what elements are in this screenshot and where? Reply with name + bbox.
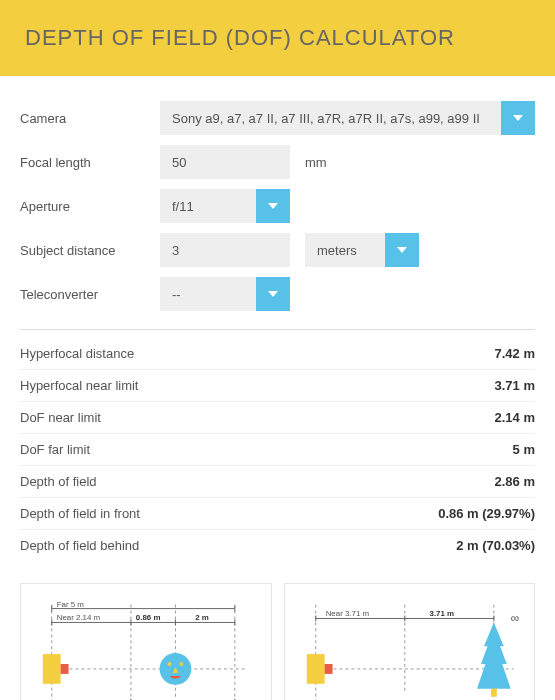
svg-rect-38 xyxy=(324,664,332,674)
form: Camera Sony a9, a7, a7 II, a7 III, a7R, … xyxy=(20,101,535,311)
result-label: DoF far limit xyxy=(20,442,90,457)
camera-value: Sony a9, a7, a7 II, a7 III, a7R, a7R II,… xyxy=(160,101,501,135)
result-label: Hyperfocal near limit xyxy=(20,378,139,393)
result-row: Hyperfocal near limit3.71 m xyxy=(20,370,535,402)
camera-label: Camera xyxy=(20,111,160,126)
distance-unit-select[interactable]: meters xyxy=(305,233,419,267)
subject-distance-label: Subject distance xyxy=(20,243,160,258)
svg-rect-42 xyxy=(490,689,496,697)
chevron-down-icon xyxy=(385,233,419,267)
chevron-down-icon xyxy=(256,189,290,223)
aperture-label: Aperture xyxy=(20,199,160,214)
row-focal-length: Focal length mm xyxy=(20,145,535,179)
result-label: Depth of field xyxy=(20,474,97,489)
svg-point-8 xyxy=(168,662,172,666)
main-content: Camera Sony a9, a7, a7 II, a7 III, a7R, … xyxy=(0,76,555,700)
result-value: 7.42 m xyxy=(495,346,535,361)
chevron-down-icon xyxy=(501,101,535,135)
result-row: DoF near limit2.14 m xyxy=(20,402,535,434)
result-value: 5 m xyxy=(513,442,535,457)
svg-text:3.71 m: 3.71 m xyxy=(429,610,454,619)
teleconverter-value: -- xyxy=(160,277,256,311)
divider xyxy=(20,329,535,330)
svg-marker-41 xyxy=(483,622,503,646)
result-value: 0.86 m (29.97%) xyxy=(438,506,535,521)
chevron-down-icon xyxy=(256,277,290,311)
result-label: Hyperfocal distance xyxy=(20,346,134,361)
result-row: Depth of field2.86 m xyxy=(20,466,535,498)
result-row: Depth of field behind2 m (70.03%) xyxy=(20,530,535,561)
focal-length-unit: mm xyxy=(305,155,327,170)
result-label: DoF near limit xyxy=(20,410,101,425)
page-title: DEPTH OF FIELD (DOF) CALCULATOR xyxy=(25,25,455,50)
teleconverter-label: Teleconverter xyxy=(20,287,160,302)
svg-text:∞: ∞ xyxy=(510,611,518,625)
row-subject-distance: Subject distance meters xyxy=(20,233,535,267)
svg-text:Near 3.71 m: Near 3.71 m xyxy=(325,610,369,619)
diagrams: Far 5 m Near 2.14 m 0.86 m 2 m DoF 2.86 … xyxy=(20,583,535,700)
row-camera: Camera Sony a9, a7, a7 II, a7 III, a7R, … xyxy=(20,101,535,135)
dof-diagram: Far 5 m Near 2.14 m 0.86 m 2 m DoF 2.86 … xyxy=(20,583,272,700)
focal-length-label: Focal length xyxy=(20,155,160,170)
svg-point-9 xyxy=(179,662,183,666)
result-row: Depth of field in front0.86 m (29.97%) xyxy=(20,498,535,530)
svg-text:Near 2.14 m: Near 2.14 m xyxy=(57,613,101,622)
row-aperture: Aperture f/11 xyxy=(20,189,535,223)
distance-unit-value: meters xyxy=(305,233,385,267)
svg-text:Far 5 m: Far 5 m xyxy=(57,600,85,609)
svg-text:0.86 m: 0.86 m xyxy=(136,613,161,622)
result-label: Depth of field in front xyxy=(20,506,140,521)
camera-select[interactable]: Sony a9, a7, a7 II, a7 III, a7R, a7R II,… xyxy=(160,101,535,135)
result-row: Hyperfocal distance7.42 m xyxy=(20,338,535,370)
results-list: Hyperfocal distance7.42 m Hyperfocal nea… xyxy=(20,338,535,561)
result-value: 2 m (70.03%) xyxy=(456,538,535,553)
result-value: 2.14 m xyxy=(495,410,535,425)
result-label: Depth of field behind xyxy=(20,538,139,553)
result-value: 2.86 m xyxy=(495,474,535,489)
subject-distance-input[interactable] xyxy=(160,233,290,267)
teleconverter-select[interactable]: -- xyxy=(160,277,290,311)
result-row: DoF far limit5 m xyxy=(20,434,535,466)
hyperfocal-diagram: ∞ Near 3.71 m 3.71 m Hyperfocal distance… xyxy=(284,583,536,700)
svg-rect-37 xyxy=(306,654,324,684)
svg-rect-6 xyxy=(61,664,69,674)
aperture-select[interactable]: f/11 xyxy=(160,189,290,223)
aperture-value: f/11 xyxy=(160,189,256,223)
svg-text:2 m: 2 m xyxy=(195,613,209,622)
row-teleconverter: Teleconverter -- xyxy=(20,277,535,311)
page-header: DEPTH OF FIELD (DOF) CALCULATOR xyxy=(0,0,555,76)
svg-rect-5 xyxy=(43,654,61,684)
focal-length-input[interactable] xyxy=(160,145,290,179)
result-value: 3.71 m xyxy=(495,378,535,393)
